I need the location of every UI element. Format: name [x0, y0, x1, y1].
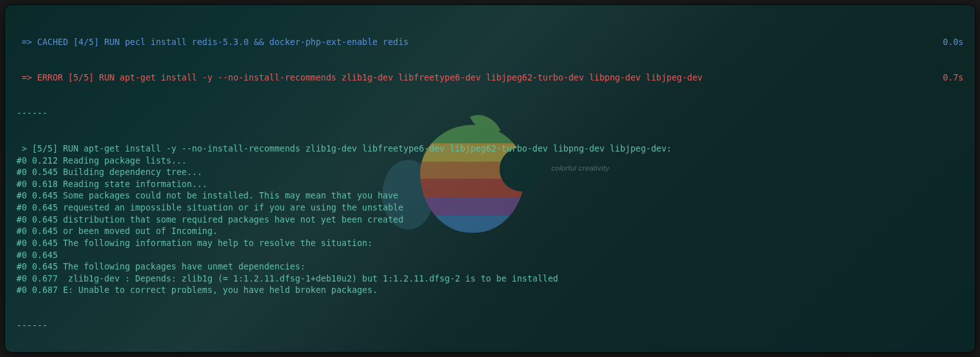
log-line: #0 0.645 requested an impossible situati…: [17, 202, 963, 214]
log-line: #0 0.677 zlib1g-dev : Depends: zlib1g (=…: [17, 273, 963, 285]
build-step-error: => ERROR [5/5] RUN apt-get install -y --…: [17, 72, 963, 84]
log-line: > [5/5] RUN apt-get install -y --no-inst…: [17, 143, 963, 155]
log-line: #0 0.687 E: Unable to correct problems, …: [17, 284, 963, 296]
build-step-cached: => CACHED [4/5] RUN pecl install redis-5…: [17, 36, 963, 48]
log-line: #0 0.212 Reading package lists...: [17, 155, 963, 167]
terminal-window[interactable]: colorful creativity => CACHED [4/5] RUN …: [5, 5, 975, 352]
step-duration: 0.7s: [936, 72, 963, 84]
log-line: #0 0.618 Reading state information...: [17, 178, 963, 190]
terminal-output: => CACHED [4/5] RUN pecl install redis-5…: [17, 13, 963, 352]
log-line: #0 0.545 Building dependency tree...: [17, 166, 963, 178]
log-line: #0 0.645 or been moved out of Incoming.: [17, 225, 963, 237]
step-duration: 0.0s: [936, 36, 963, 48]
log-line: #0 0.645 The following packages have unm…: [17, 261, 963, 273]
log-line: #0 0.645 The following information may h…: [17, 237, 963, 249]
log-line: #0 0.645 Some packages could not be inst…: [17, 190, 963, 202]
separator: ------: [17, 107, 963, 119]
separator: ------: [17, 320, 963, 332]
log-line: #0 0.645 distribution that some required…: [17, 214, 963, 226]
log-line: #0 0.645: [17, 249, 963, 261]
